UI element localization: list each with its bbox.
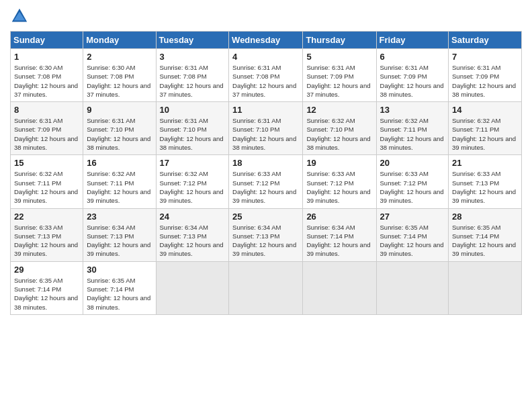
day-cell: 29 Sunrise: 6:35 AMSunset: 7:14 PMDaylig… — [11, 261, 83, 314]
day-number: 28 — [452, 212, 518, 222]
day-cell: 20 Sunrise: 6:33 AMSunset: 7:12 PMDaylig… — [376, 155, 449, 208]
day-cell: 23 Sunrise: 6:34 AMSunset: 7:13 PMDaylig… — [83, 208, 156, 261]
day-cell: 14 Sunrise: 6:32 AMSunset: 7:11 PMDaylig… — [449, 102, 522, 155]
day-cell: 27 Sunrise: 6:35 AMSunset: 7:14 PMDaylig… — [376, 208, 449, 261]
week-row-1: 1 Sunrise: 6:30 AMSunset: 7:08 PMDayligh… — [11, 49, 522, 102]
day-info: Sunrise: 6:30 AMSunset: 7:08 PMDaylight:… — [87, 64, 150, 98]
day-info: Sunrise: 6:31 AMSunset: 7:08 PMDaylight:… — [160, 64, 224, 98]
day-cell: 22 Sunrise: 6:33 AMSunset: 7:13 PMDaylig… — [11, 208, 83, 261]
day-number: 29 — [14, 265, 79, 275]
day-number: 7 — [452, 52, 518, 62]
header — [10, 7, 522, 26]
day-cell: 24 Sunrise: 6:34 AMSunset: 7:13 PMDaylig… — [156, 208, 229, 261]
day-cell: 28 Sunrise: 6:35 AMSunset: 7:14 PMDaylig… — [449, 208, 522, 261]
day-info: Sunrise: 6:31 AMSunset: 7:10 PMDaylight:… — [87, 117, 150, 151]
day-number: 17 — [160, 158, 226, 168]
day-number: 12 — [306, 105, 372, 115]
day-cell — [229, 261, 303, 314]
day-number: 8 — [14, 105, 79, 115]
logo-icon — [10, 7, 29, 26]
weekday-header-monday: Monday — [83, 32, 156, 49]
day-number: 10 — [160, 105, 226, 115]
day-number: 25 — [232, 212, 299, 222]
day-number: 21 — [452, 158, 518, 168]
day-number: 18 — [232, 158, 299, 168]
weekday-header-row: SundayMondayTuesdayWednesdayThursdayFrid… — [11, 32, 522, 49]
week-row-4: 22 Sunrise: 6:33 AMSunset: 7:13 PMDaylig… — [11, 208, 522, 261]
day-cell: 10 Sunrise: 6:31 AMSunset: 7:10 PMDaylig… — [156, 102, 229, 155]
day-info: Sunrise: 6:33 AMSunset: 7:12 PMDaylight:… — [380, 170, 444, 204]
day-info: Sunrise: 6:31 AMSunset: 7:10 PMDaylight:… — [232, 117, 296, 151]
day-number: 11 — [232, 105, 299, 115]
page: SundayMondayTuesdayWednesdayThursdayFrid… — [0, 0, 532, 411]
day-number: 13 — [380, 105, 445, 115]
weekday-header-sunday: Sunday — [11, 32, 83, 49]
week-row-2: 8 Sunrise: 6:31 AMSunset: 7:09 PMDayligh… — [11, 102, 522, 155]
day-info: Sunrise: 6:32 AMSunset: 7:12 PMDaylight:… — [160, 170, 224, 204]
day-info: Sunrise: 6:30 AMSunset: 7:08 PMDaylight:… — [14, 64, 78, 98]
day-info: Sunrise: 6:35 AMSunset: 7:14 PMDaylight:… — [87, 277, 150, 311]
day-info: Sunrise: 6:31 AMSunset: 7:09 PMDaylight:… — [14, 117, 78, 151]
day-number: 9 — [87, 105, 152, 115]
week-row-3: 15 Sunrise: 6:32 AMSunset: 7:11 PMDaylig… — [11, 155, 522, 208]
day-number: 24 — [160, 212, 226, 222]
day-info: Sunrise: 6:34 AMSunset: 7:14 PMDaylight:… — [306, 224, 370, 258]
day-info: Sunrise: 6:31 AMSunset: 7:08 PMDaylight:… — [232, 64, 296, 98]
day-cell: 3 Sunrise: 6:31 AMSunset: 7:08 PMDayligh… — [156, 49, 229, 102]
day-number: 19 — [306, 158, 372, 168]
day-number: 3 — [160, 52, 226, 62]
day-cell: 8 Sunrise: 6:31 AMSunset: 7:09 PMDayligh… — [11, 102, 83, 155]
day-number: 26 — [306, 212, 372, 222]
day-cell: 13 Sunrise: 6:32 AMSunset: 7:11 PMDaylig… — [376, 102, 449, 155]
day-info: Sunrise: 6:33 AMSunset: 7:13 PMDaylight:… — [452, 170, 516, 204]
day-number: 6 — [380, 52, 445, 62]
weekday-header-saturday: Saturday — [449, 32, 522, 49]
day-number: 20 — [380, 158, 445, 168]
day-number: 22 — [14, 212, 79, 222]
day-number: 30 — [87, 265, 152, 275]
day-cell: 4 Sunrise: 6:31 AMSunset: 7:08 PMDayligh… — [229, 49, 303, 102]
day-cell: 11 Sunrise: 6:31 AMSunset: 7:10 PMDaylig… — [229, 102, 303, 155]
day-info: Sunrise: 6:32 AMSunset: 7:11 PMDaylight:… — [14, 170, 78, 204]
day-number: 2 — [87, 52, 152, 62]
day-cell — [303, 261, 376, 314]
day-cell: 26 Sunrise: 6:34 AMSunset: 7:14 PMDaylig… — [303, 208, 376, 261]
day-info: Sunrise: 6:34 AMSunset: 7:13 PMDaylight:… — [232, 224, 296, 258]
day-info: Sunrise: 6:33 AMSunset: 7:13 PMDaylight:… — [14, 224, 78, 258]
day-number: 23 — [87, 212, 152, 222]
day-number: 4 — [232, 52, 299, 62]
day-info: Sunrise: 6:32 AMSunset: 7:11 PMDaylight:… — [87, 170, 150, 204]
day-info: Sunrise: 6:35 AMSunset: 7:14 PMDaylight:… — [14, 277, 78, 311]
day-info: Sunrise: 6:33 AMSunset: 7:12 PMDaylight:… — [306, 170, 370, 204]
week-row-5: 29 Sunrise: 6:35 AMSunset: 7:14 PMDaylig… — [11, 261, 522, 314]
day-cell: 2 Sunrise: 6:30 AMSunset: 7:08 PMDayligh… — [83, 49, 156, 102]
day-info: Sunrise: 6:31 AMSunset: 7:10 PMDaylight:… — [160, 117, 224, 151]
calendar: SundayMondayTuesdayWednesdayThursdayFrid… — [10, 31, 522, 315]
day-info: Sunrise: 6:32 AMSunset: 7:11 PMDaylight:… — [452, 117, 516, 151]
weekday-header-thursday: Thursday — [303, 32, 376, 49]
day-info: Sunrise: 6:34 AMSunset: 7:13 PMDaylight:… — [87, 224, 150, 258]
day-cell: 5 Sunrise: 6:31 AMSunset: 7:09 PMDayligh… — [303, 49, 376, 102]
day-number: 27 — [380, 212, 445, 222]
day-cell — [449, 261, 522, 314]
day-number: 14 — [452, 105, 518, 115]
day-info: Sunrise: 6:31 AMSunset: 7:09 PMDaylight:… — [452, 64, 516, 98]
day-cell: 30 Sunrise: 6:35 AMSunset: 7:14 PMDaylig… — [83, 261, 156, 314]
day-cell: 17 Sunrise: 6:32 AMSunset: 7:12 PMDaylig… — [156, 155, 229, 208]
day-cell — [156, 261, 229, 314]
day-cell — [376, 261, 449, 314]
day-number: 15 — [14, 158, 79, 168]
day-info: Sunrise: 6:34 AMSunset: 7:13 PMDaylight:… — [160, 224, 224, 258]
day-info: Sunrise: 6:35 AMSunset: 7:14 PMDaylight:… — [380, 224, 444, 258]
day-cell: 9 Sunrise: 6:31 AMSunset: 7:10 PMDayligh… — [83, 102, 156, 155]
day-cell: 6 Sunrise: 6:31 AMSunset: 7:09 PMDayligh… — [376, 49, 449, 102]
day-info: Sunrise: 6:33 AMSunset: 7:12 PMDaylight:… — [232, 170, 296, 204]
day-cell: 15 Sunrise: 6:32 AMSunset: 7:11 PMDaylig… — [11, 155, 83, 208]
day-number: 16 — [87, 158, 152, 168]
day-cell: 19 Sunrise: 6:33 AMSunset: 7:12 PMDaylig… — [303, 155, 376, 208]
weekday-header-tuesday: Tuesday — [156, 32, 229, 49]
day-cell: 1 Sunrise: 6:30 AMSunset: 7:08 PMDayligh… — [11, 49, 83, 102]
day-info: Sunrise: 6:31 AMSunset: 7:09 PMDaylight:… — [380, 64, 444, 98]
day-info: Sunrise: 6:32 AMSunset: 7:10 PMDaylight:… — [306, 117, 370, 151]
day-cell: 12 Sunrise: 6:32 AMSunset: 7:10 PMDaylig… — [303, 102, 376, 155]
